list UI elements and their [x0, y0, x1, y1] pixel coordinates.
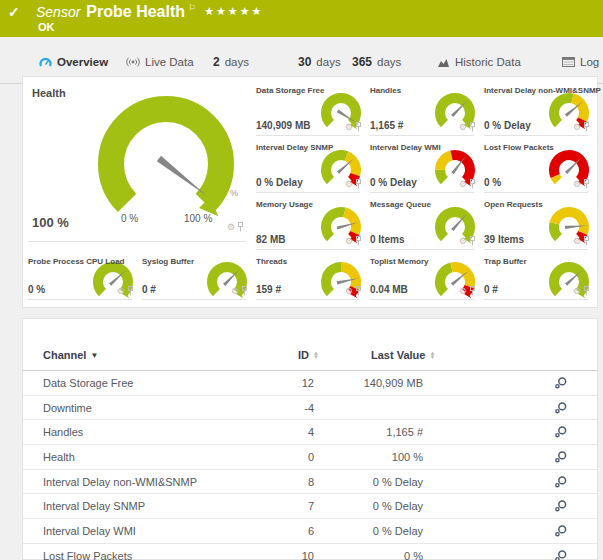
channel-settings-icon[interactable] [553, 524, 568, 538]
pin-icon[interactable] [355, 179, 362, 189]
column-header-id[interactable]: ID ▲▼ [298, 349, 319, 361]
gear-icon[interactable]: ⚙ [573, 287, 581, 296]
gear-icon[interactable]: ⚙ [459, 123, 467, 132]
pin-icon[interactable] [355, 286, 362, 296]
channel-settings-icon[interactable] [553, 475, 568, 489]
tab-historic-data[interactable]: Historic Data [437, 50, 521, 74]
table-row[interactable]: Downtime -4 [23, 396, 597, 421]
gauge-title: Data Storage Free [256, 86, 324, 95]
pin-icon[interactable] [469, 179, 476, 189]
channel-name: Data Storage Free [43, 377, 134, 389]
gear-icon[interactable]: ⚙ [345, 180, 353, 189]
pin-icon[interactable] [583, 179, 590, 189]
gear-icon[interactable]: ⚙ [117, 287, 125, 296]
sort-desc-icon: ▼ [90, 351, 98, 360]
tab-days[interactable]: 2 days [213, 50, 249, 74]
pin-icon[interactable] [237, 222, 244, 232]
gear-icon[interactable]: ⚙ [459, 237, 467, 246]
gauge-title: Interval Delay non-WMI&SNMP [484, 86, 601, 95]
broadcast-icon [126, 57, 140, 67]
channel-settings-icon[interactable] [553, 499, 568, 513]
table-row[interactable]: Handles 4 1,165 # [23, 420, 597, 445]
gear-icon[interactable]: ⚙ [573, 237, 581, 246]
gauge-title: Probe Process CPU Load [28, 257, 124, 266]
channel-last-value: 140,909 MB [303, 377, 423, 389]
gauge-min-label: 0 % [121, 213, 138, 224]
tab-days[interactable]: 30 days [298, 50, 341, 74]
tab-log[interactable]: Log [562, 50, 599, 74]
tile-divider [370, 249, 474, 250]
tile-divider [256, 192, 360, 193]
gauge-tile-handles: Handles 1,165 # ⚙ [368, 85, 482, 142]
gauge-tile-message-queue: Message Queue 0 Items ⚙ [368, 199, 482, 256]
gauge [204, 261, 250, 303]
gear-icon[interactable]: ⚙ [459, 180, 467, 189]
table-row[interactable]: Lost Flow Packets 10 0 % [23, 544, 597, 560]
column-header-last-value[interactable]: Last Value ▲▼ [371, 349, 435, 361]
gauge-title: Threads [256, 257, 287, 266]
gear-icon[interactable]: ⚙ [345, 237, 353, 246]
gear-icon[interactable]: ⚙ [459, 287, 467, 296]
channel-name: Interval Delay WMI [43, 525, 136, 537]
channel-settings-icon[interactable] [553, 450, 568, 464]
gauge-value: 100 % [32, 215, 69, 230]
pin-icon[interactable] [469, 286, 476, 296]
pin-icon[interactable] [127, 286, 134, 296]
gauge-value: 0 % Delay [370, 177, 417, 188]
status-badge: OK [38, 21, 55, 33]
table-row[interactable]: Data Storage Free 12 140,909 MB [23, 371, 597, 396]
pin-icon[interactable] [469, 122, 476, 132]
gauge-tile-open-requests: Open Requests 39 Items ⚙ [482, 199, 596, 256]
channel-settings-icon[interactable] [553, 401, 568, 415]
tile-divider [484, 192, 588, 193]
gauge-tile-syslog-buffer: Syslog Buffer 0 # ⚙ [140, 256, 254, 302]
gear-icon[interactable]: ⚙ [573, 123, 581, 132]
pin-icon[interactable] [355, 236, 362, 246]
gauge-unit-label: % [230, 188, 238, 198]
channel-name: Interval Delay non-WMI&SNMP [43, 476, 197, 488]
gear-icon[interactable]: ⚙ [231, 287, 239, 296]
pin-icon[interactable] [583, 122, 590, 132]
gauge-value: 0 Items [370, 234, 404, 245]
channel-name: Lost Flow Packets [43, 550, 132, 560]
tab-live-data[interactable]: Live Data [126, 50, 194, 74]
gauge-title: Handles [370, 86, 401, 95]
tab-overview[interactable]: Overview [39, 50, 108, 74]
gear-icon[interactable]: ⚙ [345, 123, 353, 132]
gauge-max-label: 100 % [184, 213, 212, 224]
gauge [318, 261, 364, 303]
channel-name: Health [43, 451, 75, 463]
gear-icon[interactable]: ⚙ [573, 180, 581, 189]
sort-icon: ▲▼ [313, 351, 319, 359]
table-header-row: Channel ▼ ID ▲▼ Last Value ▲▼ [23, 343, 597, 371]
sort-icon: ▲▼ [429, 351, 435, 359]
pin-icon[interactable] [583, 236, 590, 246]
channel-last-value: 0 % [303, 550, 423, 560]
tile-divider [256, 135, 360, 136]
tab-days[interactable]: 365 days [352, 50, 401, 74]
table-row[interactable]: Interval Delay WMI 6 0 % Delay [23, 519, 597, 544]
channel-settings-icon[interactable] [553, 549, 568, 560]
pin-icon[interactable] [241, 286, 248, 296]
flag-icon[interactable]: ⚐ [188, 3, 196, 13]
gear-icon[interactable]: ⚙ [345, 287, 353, 296]
gauge-tile-interval-delay-snmp: Interval Delay SNMP 0 % Delay ⚙ [254, 142, 368, 199]
gauge-tile-interval-delay-wmi: Interval Delay WMI 0 % Delay ⚙ [368, 142, 482, 199]
column-header-channel[interactable]: Channel ▼ [43, 349, 98, 361]
priority-stars[interactable]: ★★★★★ [204, 5, 263, 17]
gauge [90, 261, 136, 303]
table-row[interactable]: Health 0 100 % [23, 445, 597, 470]
gauge-value: 0 % [28, 284, 45, 295]
gauge-title: Lost Flow Packets [484, 143, 554, 152]
pin-icon[interactable] [583, 286, 590, 296]
channel-settings-icon[interactable] [553, 376, 568, 390]
table-row[interactable]: Interval Delay SNMP 7 0 % Delay [23, 494, 597, 519]
pin-icon[interactable] [355, 122, 362, 132]
table-row[interactable]: Interval Delay non-WMI&SNMP 8 0 % Delay [23, 470, 597, 495]
channel-settings-icon[interactable] [553, 425, 568, 439]
pin-icon[interactable] [469, 236, 476, 246]
gauge-title: Toplist Memory [370, 257, 429, 266]
gauge-tile-threads: Threads 159 # ⚙ [254, 256, 368, 302]
channel-last-value: 0 % Delay [303, 500, 423, 512]
gear-icon[interactable]: ⚙ [227, 223, 235, 232]
